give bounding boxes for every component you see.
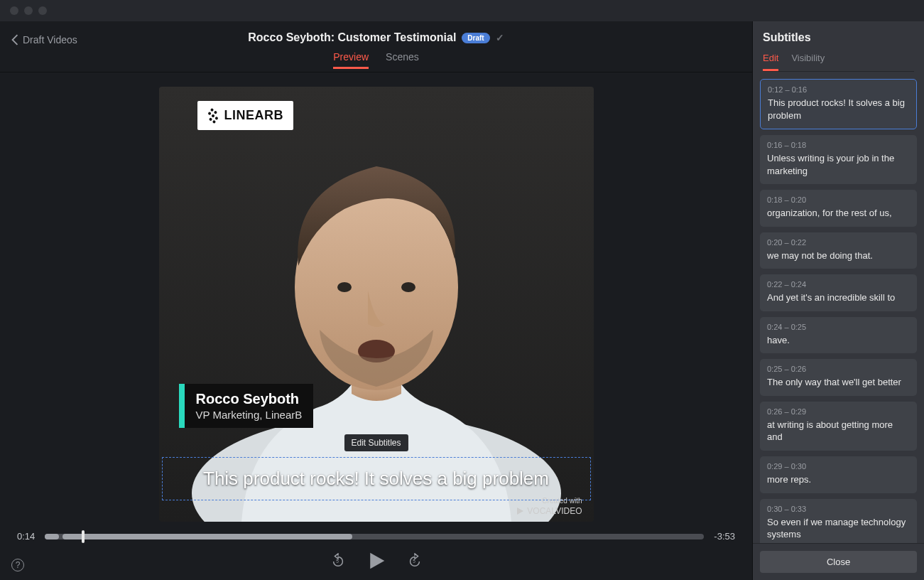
svg-point-3: [401, 282, 415, 292]
window-chrome: [0, 0, 924, 21]
window-minimize-dot[interactable]: [24, 6, 33, 15]
help-icon[interactable]: ?: [11, 559, 24, 571]
tab-scenes[interactable]: Scenes: [386, 51, 419, 69]
subtitle-text: The only way that we'll get better: [767, 376, 910, 389]
subtitle-card[interactable]: 0:26 – 0:29at writing is about getting m…: [760, 402, 917, 451]
subtitle-text: at writing is about getting more and: [767, 419, 910, 444]
remaining-time: -3:53: [714, 531, 735, 542]
subtitle-text: we may not be doing that.: [767, 249, 910, 262]
window-maximize-dot[interactable]: [38, 6, 47, 15]
lower-third-name: Rocco Seyboth: [196, 391, 303, 407]
play-button[interactable]: [366, 550, 387, 574]
check-icon: ✓: [496, 32, 504, 43]
subtitle-text: Unless writing is your job in the market…: [767, 152, 910, 177]
subtitle-text: And yet it's an incredible skill to: [767, 291, 910, 304]
subtitle-time: 0:24 – 0:25: [767, 323, 910, 331]
subtitle-card[interactable]: 0:25 – 0:26The only way that we'll get b…: [760, 359, 917, 396]
tab-preview[interactable]: Preview: [333, 51, 369, 69]
subtitle-time: 0:16 – 0:18: [767, 141, 910, 149]
subtitle-card[interactable]: 0:20 – 0:22we may not be doing that.: [760, 232, 917, 269]
subtitle-card[interactable]: 0:12 – 0:16This product rocks! It solves…: [760, 79, 917, 129]
subtitle-card[interactable]: 0:16 – 0:18Unless writing is your job in…: [760, 135, 917, 184]
skip-forward-button[interactable]: 5: [407, 553, 423, 571]
subtitle-card[interactable]: 0:18 – 0:20organization, for the rest of…: [760, 190, 917, 227]
svg-text:5: 5: [413, 559, 415, 564]
lower-third: Rocco Seyboth VP Marketing, LinearB: [179, 384, 314, 428]
subtitle-time: 0:30 – 0:33: [767, 505, 910, 513]
subtitle-time: 0:26 – 0:29: [767, 407, 910, 416]
subtitle-time: 0:25 – 0:26: [767, 365, 910, 373]
subtitle-text: This product rocks! It solves a big prob…: [768, 97, 909, 122]
close-button[interactable]: Close: [760, 551, 917, 573]
subtitle-overlay[interactable]: This product rocks! It solves a big prob…: [162, 457, 591, 500]
lower-third-accent: [179, 384, 185, 428]
video-preview[interactable]: LINEARB Rocco Seyboth VP Marketing, Line…: [159, 87, 594, 522]
subtitle-card[interactable]: 0:29 – 0:30more reps.: [760, 456, 917, 493]
watermark-prefix: Created with: [516, 497, 582, 505]
current-time: 0:14: [17, 531, 35, 542]
edit-subtitles-tooltip: Edit Subtitles: [344, 434, 408, 451]
skip-back-button[interactable]: 5: [330, 553, 346, 571]
status-badge: Draft: [462, 33, 489, 43]
subtitle-overlay-text: This product rocks! It solves a big prob…: [168, 468, 585, 490]
header-bar: Draft Videos Rocco Seyboth: Customer Tes…: [0, 21, 752, 72]
svg-point-2: [337, 282, 352, 292]
subtitle-time: 0:12 – 0:16: [768, 85, 909, 94]
subtitle-card[interactable]: 0:22 – 0:24And yet it's an incredible sk…: [760, 274, 917, 311]
timeline-scrubber[interactable]: [45, 532, 704, 541]
subtitle-time: 0:20 – 0:22: [767, 238, 910, 247]
subtitle-list[interactable]: 0:12 – 0:16This product rocks! It solves…: [753, 72, 924, 543]
watermark-brand: VOCALVIDEO: [527, 506, 582, 516]
sidebar-title: Subtitles: [763, 31, 914, 44]
subtitle-text: have.: [767, 334, 910, 347]
subtitle-card[interactable]: 0:24 – 0:25have.: [760, 317, 917, 354]
subtitle-text: organization, for the rest of us,: [767, 207, 910, 220]
subtitle-time: 0:22 – 0:24: [767, 280, 910, 289]
play-triangle-icon: [516, 507, 524, 515]
sidebar-tab-visibility[interactable]: Visibility: [791, 53, 825, 71]
sidebar-tab-edit[interactable]: Edit: [763, 53, 778, 71]
subtitles-sidebar: Subtitles Edit Visibility 0:12 – 0:16Thi…: [753, 21, 924, 580]
controls-bar: 0:14 -3:53 5 5: [0, 531, 752, 580]
subtitle-time: 0:29 – 0:30: [767, 462, 910, 471]
brand-logo: LINEARB: [197, 101, 294, 130]
chevron-left-icon: [11, 34, 18, 45]
lower-third-title: VP Marketing, LinearB: [196, 409, 303, 421]
svg-text:5: 5: [336, 559, 339, 564]
subtitle-card[interactable]: 0:30 – 0:33So even if we manage technolo…: [760, 499, 917, 543]
subtitle-text: So even if we manage technology systems: [767, 516, 910, 541]
brand-logo-text: LINEARB: [224, 108, 284, 123]
page-title: Rocco Seyboth: Customer Testimonial: [248, 31, 456, 44]
window-close-dot[interactable]: [10, 6, 18, 15]
back-link[interactable]: Draft Videos: [11, 34, 77, 45]
back-link-label: Draft Videos: [23, 34, 77, 45]
subtitle-time: 0:18 – 0:20: [767, 195, 910, 204]
logo-icon: [205, 107, 220, 123]
subtitle-text: more reps.: [767, 473, 910, 486]
watermark: Created with VOCALVIDEO: [516, 497, 582, 516]
